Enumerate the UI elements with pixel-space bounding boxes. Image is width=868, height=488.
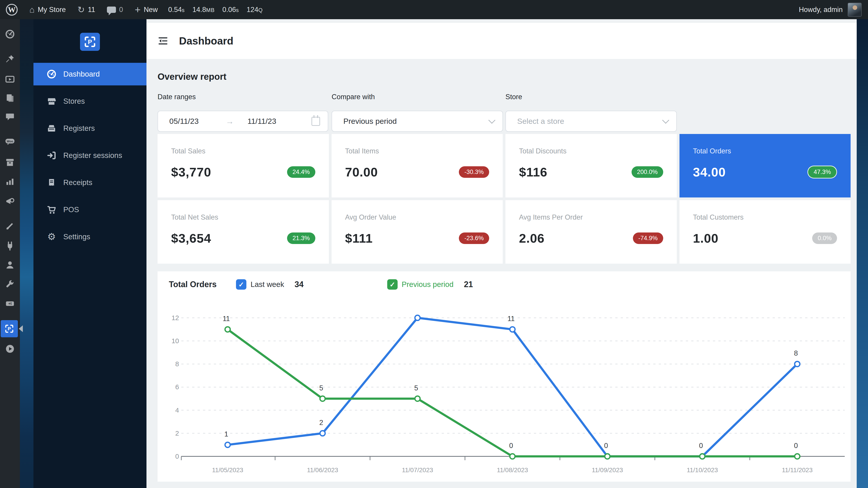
wp-admin-bar: W ⌂ My Store ↻ 11 0 + New 0.54s14.8MB0.0… <box>0 0 868 19</box>
comments-link[interactable]: 0 <box>101 0 129 19</box>
account-menu[interactable]: Howdy, admin <box>799 3 868 17</box>
page-title: Dashboard <box>179 35 233 47</box>
svg-text:Woo: Woo <box>7 140 13 143</box>
updates-link[interactable]: ↻ 11 <box>72 0 101 19</box>
sidebar-item-label: POS <box>63 205 79 214</box>
wp-admin-page: W ⌂ My Store ↻ 11 0 + New 0.54s14.8MB0.0… <box>0 0 868 488</box>
updates-count: 11 <box>88 6 95 14</box>
metric-value: 2.06 <box>519 231 545 246</box>
orders-chart-panel: Total Orders ✓Last week34✓Previous perio… <box>158 271 850 482</box>
metric-value: $3,770 <box>171 165 211 180</box>
metric-cards: Total Sales $3,770 24.4% Total Items 70.… <box>158 134 850 264</box>
metric-value: 1.00 <box>693 231 719 246</box>
svg-text:11/08/2023: 11/08/2023 <box>497 466 528 474</box>
svg-text:10: 10 <box>172 337 179 345</box>
svg-text:11/05/2023: 11/05/2023 <box>212 466 243 474</box>
metric-label: Total Net Sales <box>171 213 315 221</box>
sidebar-item-label: Receipts <box>63 178 92 187</box>
main-content: Dashboard Overview report Date ranges Co… <box>147 19 857 488</box>
svg-text:0: 0 <box>699 442 703 450</box>
metric-card-avg-items-per-order[interactable]: Avg Items Per Order 2.06 -74.9% <box>505 200 677 264</box>
background-image-right-edge <box>857 19 868 488</box>
svg-text:5: 5 <box>319 384 323 392</box>
wp-menu-snippets-icon[interactable]: +t <box>0 295 20 312</box>
wp-admin-menu-collapsed: Woo +t P <box>0 19 20 488</box>
sidebar-item-label: Stores <box>63 97 85 105</box>
wp-menu-pos-plugin-icon[interactable]: P <box>1 320 18 337</box>
wp-menu-tools-icon[interactable] <box>0 276 20 292</box>
metric-card-total-customers[interactable]: Total Customers 1.00 0.0% <box>680 200 851 264</box>
svg-text:1: 1 <box>224 430 228 438</box>
chevron-down-icon <box>662 117 669 124</box>
gear-icon: ⚙ <box>46 231 57 242</box>
cart-icon <box>46 204 57 215</box>
store-placeholder: Select a store <box>517 117 564 126</box>
svg-text:2: 2 <box>175 429 179 437</box>
wp-menu-woocommerce-icon[interactable]: Woo <box>0 133 20 150</box>
pos-menu: Dashboard Stores Registers Register sess… <box>33 63 147 248</box>
sidebar-item-registers[interactable]: Registers <box>33 117 147 140</box>
perf-stat: 0.06s <box>222 6 239 14</box>
overview-report-title: Overview report <box>158 72 226 82</box>
metric-card-total-items[interactable]: Total Items 70.00 -30.3% <box>332 134 503 197</box>
wordpress-logo-icon: W <box>6 4 18 15</box>
sidebar-item-pos[interactable]: POS <box>33 198 147 221</box>
home-icon: ⌂ <box>29 5 35 14</box>
comments-icon <box>107 6 116 13</box>
sidebar-item-label: Settings <box>63 232 90 241</box>
wp-menu-appearance-icon[interactable] <box>0 218 20 234</box>
svg-text:0: 0 <box>794 442 798 450</box>
wp-menu-media-icon[interactable] <box>0 71 20 87</box>
store-icon <box>46 96 57 107</box>
svg-text:8: 8 <box>794 349 798 357</box>
metric-card-total-orders[interactable]: Total Orders 34.00 47.3% <box>680 134 851 197</box>
metric-label: Avg Order Value <box>345 213 489 221</box>
metric-card-total-discounts[interactable]: Total Discounts $116 200.0% <box>505 134 677 197</box>
sidebar-item-receipts[interactable]: Receipts <box>33 171 147 194</box>
background-image-strip <box>20 19 33 488</box>
pos-logo[interactable]: P <box>80 33 100 51</box>
svg-text:P: P <box>88 38 92 45</box>
metric-value: $116 <box>519 165 548 180</box>
wp-menu-users-icon[interactable] <box>0 257 20 273</box>
date-to-value: 11/11/23 <box>248 117 276 126</box>
perf-stat: 14.8MB <box>192 6 215 14</box>
sidebar-item-label: Dashboard <box>63 70 100 78</box>
wp-menu-dashboard-icon[interactable] <box>0 26 20 42</box>
metric-card-avg-order-value[interactable]: Avg Order Value $111 -23.6% <box>332 200 503 264</box>
comments-count: 0 <box>119 6 123 14</box>
chevron-down-icon <box>488 117 495 124</box>
wp-menu-posts-icon[interactable] <box>0 51 20 67</box>
date-from-value: 05/11/23 <box>169 117 199 126</box>
sidebar-item-register-sessions[interactable]: Register sessions <box>33 144 147 167</box>
new-label: New <box>144 6 158 14</box>
new-content-link[interactable]: + New <box>129 0 164 19</box>
pos-sidebar: P Dashboard Stores Registers Regi <box>33 19 147 488</box>
wp-menu-comments-icon[interactable] <box>0 109 20 125</box>
compare-with-select[interactable]: Previous period <box>332 111 503 132</box>
svg-text:11/10/2023: 11/10/2023 <box>687 466 718 474</box>
wp-menu-plugins-icon[interactable] <box>0 238 20 254</box>
date-range-input[interactable]: 05/11/23 → 11/11/23 <box>158 111 328 132</box>
wp-menu-products-icon[interactable] <box>0 154 20 170</box>
site-name-link[interactable]: ⌂ My Store <box>24 0 72 19</box>
menu-fold-icon[interactable] <box>158 36 168 46</box>
sidebar-item-settings[interactable]: ⚙ Settings <box>33 225 147 248</box>
wp-menu-marketing-icon[interactable] <box>0 193 20 209</box>
wp-menu-collapse-icon[interactable] <box>0 341 20 357</box>
wp-menu-pages-icon[interactable] <box>0 90 20 106</box>
wp-logo-menu[interactable]: W <box>0 0 24 19</box>
sidebar-item-stores[interactable]: Stores <box>33 90 147 112</box>
store-select[interactable]: Select a store <box>505 111 677 132</box>
svg-text:5: 5 <box>414 384 418 392</box>
avatar <box>848 3 862 17</box>
calendar-icon <box>311 117 320 126</box>
wp-menu-analytics-icon[interactable] <box>0 173 20 190</box>
sidebar-item-dashboard[interactable]: Dashboard <box>33 63 147 86</box>
metric-card-total-net-sales[interactable]: Total Net Sales $3,654 21.3% <box>158 200 329 264</box>
sidebar-item-label: Registers <box>63 124 95 133</box>
svg-text:11/07/2023: 11/07/2023 <box>402 466 433 474</box>
orders-line-chart: 02468101211/05/202311/06/202311/07/20231… <box>158 271 850 482</box>
register-icon <box>46 123 57 134</box>
metric-card-total-sales[interactable]: Total Sales $3,770 24.4% <box>158 134 329 197</box>
